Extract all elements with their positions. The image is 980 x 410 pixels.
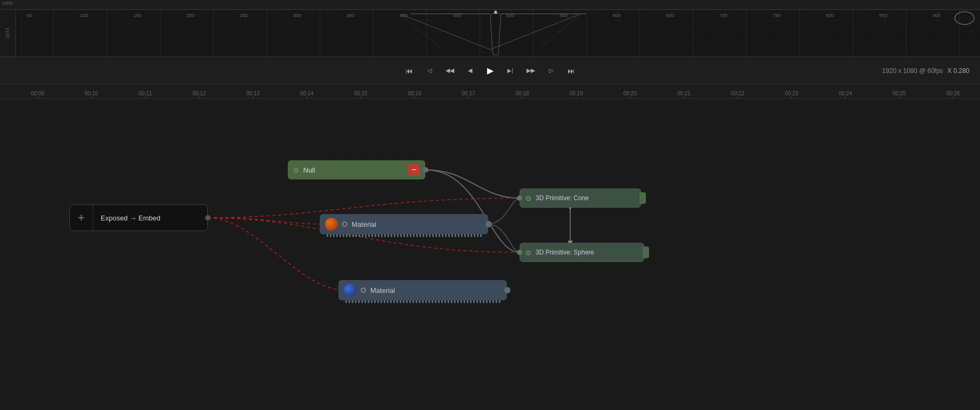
tick-4: 00:13 xyxy=(226,91,280,96)
primitive-cone-icon: ⊙ xyxy=(525,194,531,202)
primitive-sphere-node[interactable]: ⊙ 3D Primitive: Sphere xyxy=(520,243,644,262)
tick-14: 00:23 xyxy=(765,91,819,96)
null-node[interactable]: ⊙ Null − xyxy=(288,160,425,179)
tick-6: 00:15 xyxy=(334,91,387,96)
skip-end-button[interactable]: ⏭ xyxy=(564,63,579,78)
ruler-area: 1000 // generate tick marks inline xyxy=(0,0,980,58)
material-sphere-blue xyxy=(344,284,357,297)
null-icon: ⊙ xyxy=(293,166,299,174)
svg-text:150: 150 xyxy=(133,13,141,18)
material-2-right-port[interactable] xyxy=(504,287,511,293)
tick-16: 00:25 xyxy=(872,91,926,96)
material-node-2[interactable]: Material xyxy=(338,280,507,300)
exposed-embed-label: Exposed → Embed xyxy=(93,214,207,222)
tick-11: 00:20 xyxy=(603,91,657,96)
material-1-right-port[interactable] xyxy=(485,221,492,227)
tick-10: 00:19 xyxy=(549,91,603,96)
minus-icon: − xyxy=(411,165,416,175)
tick-17: 00:26 xyxy=(926,91,980,96)
svg-text:50: 50 xyxy=(27,13,32,18)
skip-start-button[interactable]: ⏮ xyxy=(402,63,417,78)
zoom-label: X 0.280 xyxy=(947,67,969,75)
grid-svg: 50 100 150 200 250 300 350 400 450 500 5… xyxy=(0,10,980,56)
svg-text:200: 200 xyxy=(187,13,195,18)
exposed-embed-right-port[interactable] xyxy=(205,215,210,220)
svg-text:300: 300 xyxy=(293,13,301,18)
fast-forward-button[interactable]: ▶▶ xyxy=(523,63,538,78)
prev-frame-button[interactable]: ◀ xyxy=(463,63,477,78)
material-dot-2 xyxy=(361,288,366,293)
material-1-label: Material xyxy=(352,220,483,228)
grid-canvas: 50 100 150 200 250 300 350 400 450 500 5… xyxy=(0,10,980,56)
null-right-port[interactable] xyxy=(423,167,428,173)
tick-3: 00:12 xyxy=(172,91,226,96)
timeline-ruler-inner: 00:09 00:10 00:11 00:12 00:13 00:14 00:1… xyxy=(0,84,980,99)
primitive-cone-node[interactable]: ⊙ 3D Primitive: Cone xyxy=(520,188,641,208)
prev-keyframe-button[interactable]: ◁ xyxy=(422,63,437,78)
svg-text:700: 700 xyxy=(719,13,727,18)
primitive-sphere-left-port[interactable] xyxy=(517,250,522,255)
ruler-top: 1000 // generate tick marks inline xyxy=(0,0,980,10)
material-node-1[interactable]: Material xyxy=(320,214,488,234)
primitive-sphere-right-port[interactable] xyxy=(643,247,649,258)
plus-icon: + xyxy=(78,211,85,225)
primitive-cone-label: 3D Primitive: Cone xyxy=(536,194,635,202)
material-sphere-orange xyxy=(325,218,338,231)
svg-text:850: 850 xyxy=(879,13,887,18)
material-2-label: Material xyxy=(370,286,501,294)
svg-text:250: 250 xyxy=(240,13,248,18)
material-2-wavy xyxy=(344,300,501,303)
rewind-button[interactable]: ◀◀ xyxy=(442,63,457,78)
tick-2: 00:11 xyxy=(118,91,172,96)
resolution-label: 1920 x 1080 @ 60fps xyxy=(882,67,943,75)
svg-text:100: 100 xyxy=(80,13,88,18)
tick-7: 00:16 xyxy=(387,91,441,96)
primitive-sphere-label: 3D Primitive: Sphere xyxy=(536,249,638,256)
primitive-cone-right-port[interactable] xyxy=(639,192,646,204)
node-graph: + Exposed → Embed ⊙ Null − Material Mate… xyxy=(0,99,980,410)
primitive-cone-left-port[interactable] xyxy=(517,195,522,201)
transport-info: 1920 x 1080 @ 60fps X 0.280 xyxy=(882,67,969,75)
tick-8: 00:17 xyxy=(442,91,496,96)
null-label: Null xyxy=(303,166,404,174)
tick-0: 00:09 xyxy=(11,91,64,96)
tick-9: 00:18 xyxy=(496,91,549,96)
svg-text:750: 750 xyxy=(773,13,781,18)
connections-svg xyxy=(0,99,980,410)
next-frame-button[interactable]: ▶| xyxy=(503,63,518,78)
material-1-wavy xyxy=(325,234,483,237)
material-dot-1 xyxy=(342,222,347,227)
ruler-top-label: 1000 xyxy=(2,1,13,6)
svg-text:350: 350 xyxy=(346,13,354,18)
svg-text:650: 650 xyxy=(666,13,674,18)
tick-12: 00:21 xyxy=(657,91,711,96)
add-parameter-button[interactable]: + xyxy=(70,205,93,231)
tick-5: 00:14 xyxy=(280,91,334,96)
tick-1: 00:10 xyxy=(64,91,118,96)
exposed-embed-node[interactable]: + Exposed → Embed xyxy=(69,204,208,231)
transport-bar: ⏮ ◁ ◀◀ ◀ ▶ ▶| ▶▶ ▷ ⏭ 1920 x 1080 @ 60fps… xyxy=(0,58,980,84)
next-keyframe-button[interactable]: ▷ xyxy=(544,63,558,78)
null-minus-button[interactable]: − xyxy=(408,164,420,176)
primitive-sphere-icon: ⊙ xyxy=(525,249,531,257)
svg-text:600: 600 xyxy=(613,13,621,18)
timeline-ruler: 00:09 00:10 00:11 00:12 00:13 00:14 00:1… xyxy=(0,84,980,99)
svg-text:900: 900 xyxy=(933,13,941,18)
frame-label-container: 1074 xyxy=(0,10,16,56)
tick-13: 00:22 xyxy=(711,91,765,96)
ruler-top-svg: // generate tick marks inline xyxy=(16,0,980,10)
svg-text:800: 800 xyxy=(826,13,834,18)
tick-15: 00:24 xyxy=(819,91,872,96)
svg-marker-25 xyxy=(494,11,497,14)
play-button[interactable]: ▶ xyxy=(483,63,498,78)
frame-label: 1074 xyxy=(5,28,11,38)
